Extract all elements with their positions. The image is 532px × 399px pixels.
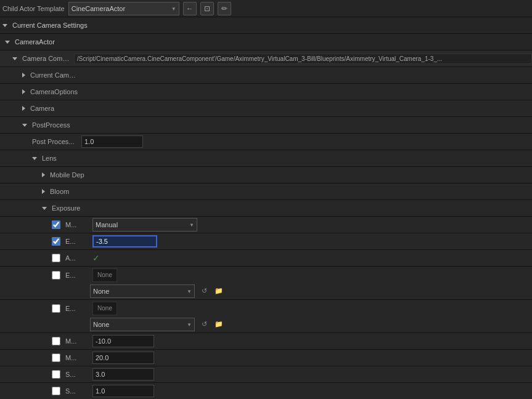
bloom-expand-icon [42, 189, 45, 194]
camera-actor-label: CameraActor [15, 38, 55, 46]
camera-expand-icon [22, 106, 25, 111]
camera-component-row: Camera Component /Script/CinematicCamera… [0, 50, 532, 67]
postprocess-expand-icon [22, 124, 27, 127]
e2-row: E... None None ▼ ↺ 📁 [0, 300, 532, 333]
lens-row[interactable]: Lens [0, 150, 532, 167]
expand-icon [2, 24, 7, 27]
current-camera-settings-header[interactable]: Current Camera Settings [0, 17, 532, 34]
camera-options-row[interactable]: CameraOptions [0, 84, 532, 100]
apply-checkbox[interactable] [52, 254, 60, 262]
exposure-row[interactable]: Exposure [0, 200, 532, 217]
e1-browse-btn[interactable]: 📁 [213, 286, 224, 297]
m1-checkbox[interactable] [52, 337, 60, 345]
exposure-mode-dropdown[interactable]: Manual [92, 218, 197, 232]
sync-icon-btn[interactable]: ⊡ [200, 2, 214, 15]
mobile-dep-label: Mobile Dep [50, 171, 99, 179]
s1-checkbox[interactable] [52, 370, 60, 379]
camera-row[interactable]: Camera [0, 100, 532, 117]
apply-label: A... [65, 254, 90, 262]
exposure-mode-checkbox[interactable] [52, 220, 60, 229]
exposure-mode-dropdown-container: Manual ▼ [92, 218, 197, 232]
actor-template-select[interactable]: CineCameraActorCameraActorActor [68, 2, 179, 15]
m1-row: M... [0, 333, 532, 350]
s2-label: S... [65, 387, 90, 395]
pick-icon: ✏ [221, 4, 227, 13]
e1-dropdown-container: None ▼ [90, 284, 195, 298]
exposure-mode-label: M... [65, 221, 90, 228]
e2-dropdown[interactable]: None [90, 318, 195, 331]
pick-icon-btn[interactable]: ✏ [218, 2, 231, 15]
mobile-dep-row[interactable]: Mobile Dep [0, 167, 532, 183]
e2-checkbox[interactable] [52, 304, 60, 313]
m1-label: M... [65, 337, 90, 345]
e1-none-button[interactable]: None [92, 268, 117, 282]
exposure-mode-row: M... Manual ▼ [0, 217, 532, 233]
e2-browse-btn[interactable]: 📁 [213, 319, 224, 330]
camera-component-label: Camera Component [22, 55, 72, 62]
ev-value-input[interactable] [92, 235, 157, 248]
camera-label: Camera [30, 105, 80, 112]
post-process-blend-row: Post Proces... [0, 134, 532, 150]
e2-label: E... [65, 305, 90, 312]
postprocess-row[interactable]: PostProcess [0, 117, 532, 134]
camera-options-expand-icon [22, 89, 25, 94]
ev-value-row: E... [0, 233, 532, 250]
s2-checkbox[interactable] [52, 387, 60, 395]
ev-value-label: E... [65, 238, 90, 245]
post-process-blend-label: Post Proces... [32, 138, 81, 145]
m2-row: M... [0, 350, 532, 366]
check-icon: ✓ [92, 253, 100, 263]
s2-input[interactable] [92, 385, 154, 397]
current-camera-settings-label: Current Camera Settings [12, 22, 88, 29]
camera-component-path: /Script/CinematicCamera.CineCameraCompon… [74, 54, 532, 64]
back-icon-btn[interactable]: ← [183, 2, 197, 15]
nested-current-camera-label: Current Camera Settings [30, 71, 80, 79]
s1-label: S... [65, 371, 90, 378]
apply-row: A... ✓ [0, 250, 532, 267]
m2-label: M... [65, 354, 90, 361]
post-process-blend-input[interactable] [81, 135, 143, 148]
m2-input[interactable] [92, 352, 154, 364]
camera-options-label: CameraOptions [30, 88, 80, 95]
e1-reset-btn[interactable]: ↺ [198, 286, 210, 297]
lens-expand-icon [32, 157, 37, 160]
m2-checkbox[interactable] [52, 353, 60, 362]
actor-select-wrapper[interactable]: CineCameraActorCameraActorActor [68, 2, 179, 15]
lens-label: Lens [42, 155, 91, 162]
e1-label: E... [65, 272, 90, 279]
camera-actor-expand-icon [5, 41, 10, 44]
e2-dropdown-container: None ▼ [90, 318, 195, 331]
m1-input[interactable] [92, 335, 154, 347]
s1-row: S... [0, 366, 532, 383]
bloom-label: Bloom [50, 188, 99, 195]
postprocess-label: PostProcess [32, 121, 81, 129]
ev-value-checkbox[interactable] [52, 237, 60, 246]
exposure-label: Exposure [52, 204, 101, 212]
exposure-expand-icon [42, 207, 47, 210]
s2-row: S... [0, 383, 532, 399]
main-content: Current Camera Settings CameraActor Came… [0, 17, 532, 399]
e2-reset-btn[interactable]: ↺ [198, 319, 210, 330]
sync-icon: ⊡ [204, 4, 210, 13]
header-title: Child Actor Template [2, 5, 65, 12]
nested-current-camera-settings[interactable]: Current Camera Settings [0, 67, 532, 84]
e1-row: E... None None ▼ ↺ 📁 [0, 267, 532, 300]
header-bar: Child Actor Template CineCameraActorCame… [0, 0, 532, 17]
bloom-row[interactable]: Bloom [0, 183, 532, 200]
e2-none-button[interactable]: None [92, 302, 117, 315]
camera-actor-header[interactable]: CameraActor [0, 34, 532, 50]
camera-component-expand-icon [12, 57, 17, 60]
e1-dropdown[interactable]: None [90, 284, 195, 298]
e1-checkbox[interactable] [52, 271, 60, 280]
s1-input[interactable] [92, 368, 154, 381]
mobile-dep-expand-icon [42, 172, 45, 177]
expand-icon-current [22, 73, 25, 78]
back-icon: ← [186, 4, 194, 13]
